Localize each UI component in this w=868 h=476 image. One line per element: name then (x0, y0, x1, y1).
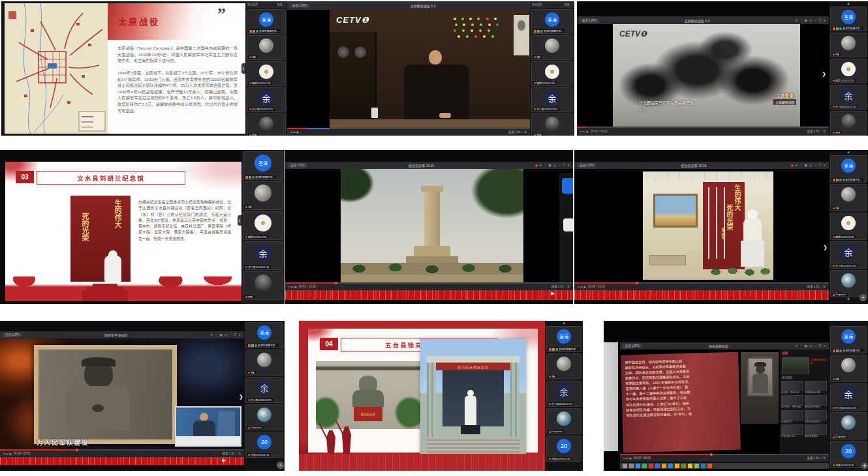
recommendation-title[interactable]: 太原战役全纪录 (805, 391, 827, 394)
featured-title[interactable]: 太原解放战役实录 (810, 359, 828, 366)
participant-tile[interactable]: 3陶 (243, 181, 283, 210)
title-bar[interactable]: 安全·LJPN 徐向前纪念馆 ⟳ ⌃ ▦ ◱ ─ ❐ ✕ (620, 342, 829, 350)
progress-handle[interactable] (710, 453, 713, 456)
progress-bar[interactable] (620, 454, 829, 455)
participant-tile[interactable]: 李晓 (243, 271, 283, 300)
window-controls[interactable]: ⟳ ⌃ ▦ ◱ ─ ❐ ✕ (791, 164, 826, 167)
participant-tile[interactable]: Dsquarter (546, 408, 581, 434)
title-bar[interactable]: 安全·LJPN 太原解放战役 4-3 ⟳ ⌃ ▦ ◱ ─ ❐ ✕ (577, 16, 829, 24)
player-bar[interactable]: ⏸ ⏭ 🔈 00:04 / 08:01 高清 1.0x ⛶ ☰ (0, 449, 244, 457)
danmaku-play-icon[interactable]: ▶ (551, 291, 555, 296)
title-bar[interactable]: 安全·LJPN 纪念馆实景 19:25 ⟳ ⌃ ▦ ◱ ─ ❐ ✕ (574, 162, 829, 169)
participant-tile[interactable]: 余 余小强2018101731 (245, 377, 283, 403)
progress-handle[interactable] (76, 449, 78, 451)
participant-tile[interactable]: 余 余小强2018101731 (243, 241, 283, 270)
player-bar[interactable]: ⏸ ⏭ 🔈 高清 1.0x ⛶ ☰ (287, 128, 530, 136)
presenter-pip[interactable] (175, 406, 241, 447)
participant-tile[interactable]: 余 余小强2018101731 (247, 87, 286, 112)
participant-tile[interactable]: Dsquarter (830, 270, 867, 297)
taskbar-app-icon[interactable] (629, 464, 634, 468)
danmaku-play-icon[interactable]: ▶ (223, 458, 226, 463)
participant-tile[interactable]: 3陶 (531, 35, 573, 60)
taskbar-app-icon[interactable] (642, 464, 647, 468)
video-area[interactable]: 生的伟大 死的光荣 毛泽东 ❯ (574, 169, 829, 282)
participant-tile[interactable]: 余 余小强2018101731 (830, 85, 867, 110)
taskbar-app-icon[interactable] (701, 464, 705, 468)
player-settings[interactable]: 高清 1.0x ⛶ ☰ (551, 284, 570, 288)
window-controls[interactable]: ⟳ ⌃ ▦ ◱ ─ ❐ ✕ (795, 19, 826, 22)
featured-thumbnail[interactable] (782, 357, 809, 374)
playback-controls[interactable]: ⏸ ⏭ 🔈 (288, 285, 298, 288)
playback-controls[interactable]: ⏸ ⏭ 🔈 (290, 130, 300, 134)
window-controls[interactable]: ⟳ ⌃ ▦ ◱ ─ ❐ ✕ (210, 333, 241, 336)
playback-controls[interactable]: ⏸ ⏭ 🔈 (3, 452, 12, 455)
player-settings[interactable]: 高清 1.0x ⛶ ☰ (807, 129, 826, 133)
video-area[interactable]: 为人民军队建设 (0, 338, 244, 449)
recommendation-title[interactable]: 元帅故里行 (781, 421, 803, 423)
meeting-id-pill[interactable]: 安全·LJPN (580, 18, 599, 23)
player-bar[interactable]: ⏸ ⏭ 🔈 00:41 / 19:25 高清 1.0x ⛶ ☰ (285, 282, 573, 290)
video-area[interactable] (285, 169, 573, 282)
window-control-icons[interactable]: ⟳ ⌃ ▦ ◱ ─ ❐ ✕ (539, 164, 570, 167)
recommendation-title[interactable]: 晋绥军的覆灭 (805, 435, 827, 438)
progress-bar[interactable] (577, 126, 829, 128)
recommendation-thumbnail[interactable] (781, 381, 803, 391)
playback-controls[interactable]: ⏸ ⏭ 🔈 (578, 285, 587, 288)
participant-tile[interactable]: 圣涛 圣涛的屏幕共享… (245, 322, 283, 348)
meeting-id-pill[interactable]: 安全·LJPN (290, 3, 309, 8)
add-participant-button[interactable]: + (860, 294, 867, 301)
progress-bar[interactable] (287, 128, 530, 129)
progress-bar[interactable] (574, 282, 829, 284)
sidebar-collapse-handle[interactable]: ❮ (238, 215, 241, 226)
recommendation-thumbnail[interactable] (805, 410, 827, 421)
meeting-id-pill[interactable]: 安全·LJPN (623, 344, 642, 348)
recommendation-thumbnail[interactable] (805, 424, 827, 435)
player-settings[interactable]: 高清 1.0x ⛶ ☰ (223, 451, 241, 455)
sidebar-collapse-handle[interactable]: ❮ (241, 63, 245, 74)
participant-tile[interactable]: 糖妮2018101726 (830, 59, 867, 83)
add-participant-button[interactable]: + (277, 462, 284, 469)
player-bar[interactable]: ⏸ ⏭ 🔈 00:03 / 08:06 高清 1.0x ⛶ ☰ (620, 454, 829, 462)
video-area[interactable]: 新中国成立后，徐向前先后任中国人民 解放军总参谋长，人民革命军事委员会副 主席，… (620, 350, 829, 454)
participant-tile[interactable]: 李晓 (247, 113, 286, 136)
participant-tile[interactable]: Dsquarter (830, 412, 867, 439)
meeting-id-pill[interactable]: 安全·LJPN (3, 333, 22, 337)
participant-tile[interactable]: 余 余小强2018101731 (830, 241, 867, 269)
next-slide-arrow[interactable]: ❯ (823, 245, 828, 250)
recommendation-title[interactable]: 徐向前：布衣元帅 (781, 391, 803, 394)
participant-tile[interactable]: 圣涛 圣涛的屏幕共享… (830, 7, 867, 31)
recommendation-item[interactable]: 晋绥军的覆灭 (805, 424, 827, 438)
participant-tile[interactable]: 糖妮2018101726 (830, 213, 867, 240)
add-participant-button[interactable]: ✛ (861, 462, 868, 469)
taskbar-app-icon[interactable] (655, 464, 660, 468)
video-area[interactable]: CETV❶ 华北野战军与阎军在晋中展开激战 资料 太原影像 太原解放战役 ❯ (577, 24, 829, 126)
participant-tile[interactable]: 3陶 (830, 184, 867, 211)
taskbar-app-icon[interactable] (668, 464, 673, 468)
participant-tile[interactable]: 圣涛 圣涛的屏幕共享… (531, 9, 573, 34)
taskbar-app-icon[interactable] (675, 464, 679, 468)
taskbar-app-icon[interactable] (636, 464, 640, 468)
collapse-arrow[interactable]: ▲ (829, 1, 868, 5)
player-settings[interactable]: 高清 1.0x ⛶ ☰ (508, 130, 527, 134)
participant-tile[interactable]: 3陶 (245, 350, 283, 376)
participant-tile[interactable]: 圣涛 圣涛的屏幕共享… (247, 9, 286, 34)
participant-tile[interactable]: 李晓 (830, 111, 867, 136)
participant-tile[interactable]: 3陶 (830, 33, 867, 57)
participant-tile[interactable]: 3陶 (546, 353, 581, 379)
window-control-icons[interactable]: ⟳ ⌃ ▦ ◱ ─ ❐ ✕ (795, 164, 826, 167)
layout-button[interactable]: 布局 ⌄ (565, 3, 572, 7)
participant-tile[interactable]: Dsquarter (245, 404, 283, 430)
layout-button[interactable]: 布局 ⌄ (277, 3, 285, 7)
recommendation-item[interactable]: 徐向前：布衣元帅 (781, 381, 803, 394)
recommendation-title[interactable]: 军史讲堂·华北 (781, 435, 803, 438)
participant-tile[interactable]: 3陶 (247, 35, 286, 60)
title-bar[interactable]: 安全·LJPN 徐帅生平·纪录片 ⟳ ⌃ ▦ ◱ ─ ❐ ✕ (0, 331, 244, 338)
title-bar[interactable]: 安全·LJPN 纪念馆实景 19:25 ⟳ ⌃ ▦ ◱ ─ ❐ ✕ (285, 162, 573, 169)
recommendation-thumbnail[interactable] (805, 381, 827, 391)
video-area[interactable]: CETV❶ (287, 10, 530, 128)
recommendation-item[interactable]: 解放战争影像志 (805, 395, 827, 408)
recommendation-thumbnail[interactable] (781, 395, 803, 406)
window-controls[interactable]: ⟳ ⌃ ▦ ◱ ─ ❐ ✕ (795, 344, 826, 348)
recommendation-item[interactable]: 红色纪念馆巡礼 (805, 410, 827, 423)
participant-tile[interactable]: 余 余小强2018101731 (531, 87, 573, 112)
